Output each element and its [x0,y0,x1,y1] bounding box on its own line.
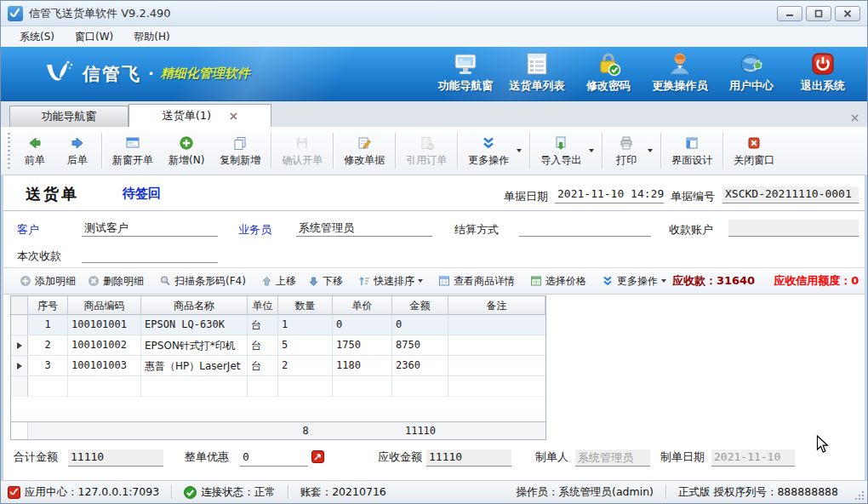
settlement-field[interactable] [519,220,651,237]
banner: 信管飞 · 精细化管理软件 功能导航窗 [1,47,867,101]
toolbar-button-import-export[interactable]: 导入导出 [533,132,599,170]
current-row-icon [17,363,22,369]
receivable-amount-field: 11110 [426,450,511,467]
detail-button-move-up[interactable]: 上移 [255,272,302,290]
toolbar-button-new-window-order[interactable]: 新窗开单 [105,132,161,170]
double-chevron-down-icon [602,275,614,287]
detail-button-view-product[interactable]: 查看商品详情 [432,272,521,290]
doc-date-field[interactable]: 2021-11-10 14:29 [555,186,664,203]
toolbar-button-confirm-order: 确认开单 [274,132,330,170]
doc-status-badge[interactable]: 待签回 [123,186,161,202]
settlement-label: 结算方式 [454,222,499,238]
tab-delivery-order[interactable]: 送货单(1) [128,104,271,127]
delivery-order-form: 送货单 待签回 单据日期 2021-11-10 14:29 单据编号 XSCKD… [1,175,867,480]
doc-number-label: 单据编号 [671,189,715,204]
toolbar-grip[interactable] [8,133,10,169]
statusbar-separator [665,485,666,499]
table-row[interactable]: 1 100101001 EPSON LQ-630K 台 1 0 0 [11,315,545,335]
menu-system[interactable]: 系统(S) [9,27,65,47]
toolbar-separator [529,133,530,169]
dropdown-caret-icon [418,279,423,283]
move-down-icon [308,276,319,287]
toolbar-button-print[interactable]: 打印 [605,132,658,170]
col-code[interactable]: 商品编码 [68,296,141,314]
brand-block: 信管飞 · 精细化管理软件 [42,58,250,90]
banner-button-change-password[interactable]: 修改密码 [573,51,644,97]
detail-button-delete-row[interactable]: 删除明细 [82,272,150,290]
detail-button-move-down[interactable]: 下移 [302,272,349,290]
maximize-button[interactable] [806,6,831,21]
payment-field[interactable] [82,246,218,263]
salesman-field[interactable]: 系统管理员 [296,220,432,237]
credit-limit: 应收信用额度：0 [774,273,859,289]
edit-icon [357,135,372,151]
table-row[interactable]: 2 100101002 EPSON针式打*印机 台 5 1750 8750 [11,335,545,356]
discount-edit-button[interactable] [311,450,324,467]
menu-window[interactable]: 窗口(W) [65,27,123,47]
discount-field[interactable]: 0 [240,450,308,467]
col-no[interactable]: 序号 [28,296,68,314]
total-amount-field: 11110 [68,450,163,467]
app-window: 信管飞送货单软件 V9.2.490 系统(S) 窗口(W) 帮助(H) 信管飞 … [0,0,868,504]
toolbar-button-next-doc[interactable]: 后单 [56,132,99,170]
operator-person-icon [667,51,693,77]
created-date-label: 制单日期 [660,450,705,465]
toolbar-button-add-new[interactable]: 新增(N) [161,132,212,170]
banner-button-exit-system[interactable]: 退出系统 [787,51,859,97]
col-amount[interactable]: 金额 [392,296,448,314]
detail-button-quick-sort[interactable]: 快速排序 [352,272,429,290]
summary-amount-total: 11110 [392,422,448,439]
app-center-status: 应用中心：127.0.0.1:7093 [8,485,159,500]
col-note[interactable]: 备注 [448,296,545,314]
sort-icon [358,275,370,287]
tab-navigation-window[interactable]: 功能导航窗 [9,106,128,127]
banner-button-user-center[interactable]: 用户中心 [716,51,787,97]
close-button[interactable] [835,6,860,21]
price-table-icon [530,275,542,287]
tab-close-icon[interactable] [230,112,237,120]
banner-button-navigation[interactable]: 功能导航窗 [430,51,501,97]
doc-number-field: XSCKD-20211110-0001 [722,186,859,203]
brand-separator: · [148,65,154,83]
toolbar-button-ui-design[interactable]: 界面设计 [664,132,720,170]
account-label: 收款账户 [669,222,713,238]
banner-button-delivery-list[interactable]: 送货单列表 [501,51,573,97]
brand-name: 信管飞 [83,62,141,86]
detail-button-add-row[interactable]: 添加明细 [14,272,82,290]
toolbar-separator [101,133,102,169]
col-price[interactable]: 单价 [333,296,392,314]
account-field[interactable] [728,220,859,237]
doc-title: 送货单 [26,184,79,204]
detail-button-scan-barcode[interactable]: 扫描条形码(F4) [153,272,252,290]
table-row[interactable]: 3 100101003 惠普（HP）LaserJet 台 2 1180 2360 [11,356,545,376]
tabbar-close-icon[interactable] [851,114,859,122]
toolbar-button-modify-doc[interactable]: 修改单据 [336,132,392,170]
minimize-button[interactable] [777,6,802,21]
toolbar-button-more-actions[interactable]: 更多操作 [460,132,527,170]
printer-icon [619,135,634,151]
customer-label[interactable]: 客户 [17,222,39,238]
detail-button-select-price[interactable]: 选择价格 [524,272,592,290]
menu-help[interactable]: 帮助(H) [123,27,180,47]
power-icon [810,51,836,77]
col-unit[interactable]: 单位 [248,296,278,314]
toolbar-button-close-window[interactable]: 关闭窗口 [726,132,782,170]
current-row-icon [17,342,22,349]
grid-summary-row: 8 11110 [11,421,545,439]
customer-field[interactable]: 测试客户 [82,220,218,237]
tab-bar: 功能导航窗 送货单(1) [1,101,867,127]
app-logo-icon [8,6,23,21]
menu-bar: 系统(S) 窗口(W) 帮助(H) [1,26,867,47]
move-up-icon [261,276,272,287]
salesman-label[interactable]: 业务员 [238,222,271,238]
delete-row-icon [88,275,100,287]
banner-button-switch-operator[interactable]: 更换操作员 [644,51,716,97]
toolbar-button-prev-doc[interactable]: 前单 [14,132,56,170]
document-icon [419,135,434,151]
resize-grip-icon[interactable] [854,490,865,501]
col-qty[interactable]: 数量 [278,296,333,314]
col-name[interactable]: 商品名称 [141,296,248,314]
operator-status: 操作员：系统管理员(admin) [517,485,654,500]
toolbar-button-copy-add[interactable]: 复制新增 [212,132,268,170]
detail-button-more-actions[interactable]: 更多操作 [596,272,672,290]
